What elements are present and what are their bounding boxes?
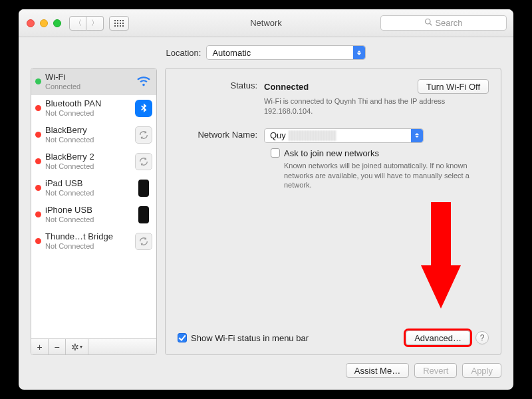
- minimize-window-button[interactable]: [40, 19, 48, 27]
- network-prefs-window: 〈 〉 Network Search Location: Automatic: [19, 9, 513, 390]
- service-labels: Thunde…t BridgeNot Connected: [45, 232, 132, 251]
- service-name: Wi-Fi: [45, 72, 132, 82]
- show-all-prefs-button[interactable]: [109, 16, 129, 31]
- search-icon: [424, 18, 432, 28]
- titlebar: 〈 〉 Network Search: [19, 9, 513, 37]
- advanced-button[interactable]: Advanced…: [406, 331, 470, 345]
- search-placeholder: Search: [435, 18, 462, 28]
- revert-button[interactable]: Revert: [414, 363, 457, 378]
- detail-pane: Status: Connected Turn Wi-Fi Off Wi-Fi i…: [165, 68, 501, 355]
- bottom-row: Show Wi-Fi status in menu bar Advanced… …: [178, 331, 489, 345]
- zoom-window-button[interactable]: [53, 19, 61, 27]
- service-sidebar: Wi-FiConnectedBluetooth PANNot Connected…: [31, 68, 157, 355]
- status-dot-icon: [35, 105, 41, 111]
- svg-line-1: [430, 23, 432, 25]
- search-input[interactable]: Search: [380, 15, 507, 31]
- service-item[interactable]: Thunde…t BridgeNot Connected: [31, 228, 156, 255]
- ask-join-row: Ask to join new networks Known networks …: [271, 148, 489, 191]
- location-label: Location:: [166, 48, 201, 58]
- service-substatus: Not Connected: [45, 189, 132, 198]
- service-item[interactable]: Wi-FiConnected: [31, 68, 156, 95]
- show-menubar-checkbox[interactable]: [178, 333, 187, 342]
- status-dot-icon: [35, 211, 41, 217]
- service-substatus: Not Connected: [45, 215, 132, 224]
- bluetooth-icon: [135, 100, 152, 117]
- status-dot-icon: [35, 158, 41, 164]
- sync-icon: [135, 233, 152, 250]
- service-list: Wi-FiConnectedBluetooth PANNot Connected…: [31, 68, 156, 338]
- window-footer: Assist Me… Revert Apply: [31, 359, 501, 382]
- assist-me-button[interactable]: Assist Me…: [346, 363, 409, 378]
- service-labels: iPhone USBNot Connected: [45, 205, 132, 224]
- device-icon: [135, 206, 152, 223]
- remove-service-button[interactable]: −: [49, 339, 66, 354]
- service-labels: BlackBerryNot Connected: [45, 126, 132, 144]
- sync-icon: [135, 126, 152, 144]
- location-row: Location: Automatic: [19, 37, 513, 68]
- status-dot-icon: [35, 132, 41, 138]
- nav-back-forward: 〈 〉: [69, 16, 104, 31]
- location-popup[interactable]: Automatic: [206, 45, 366, 60]
- back-button[interactable]: 〈: [69, 16, 86, 31]
- chevron-left-icon: 〈: [74, 18, 82, 28]
- add-service-button[interactable]: +: [31, 339, 49, 354]
- service-actions-menu[interactable]: ✲▾: [66, 339, 88, 354]
- service-name: Bluetooth PAN: [45, 99, 132, 109]
- service-labels: BlackBerry 2Not Connected: [45, 152, 132, 171]
- gear-icon: ✲: [71, 342, 79, 352]
- help-button[interactable]: ?: [475, 331, 489, 344]
- network-name-popup[interactable]: Quy: [264, 128, 424, 143]
- apply-button[interactable]: Apply: [462, 363, 501, 378]
- service-name: Thunde…t Bridge: [45, 232, 132, 242]
- service-labels: Wi-FiConnected: [45, 72, 132, 91]
- service-substatus: Not Connected: [45, 162, 132, 171]
- device-icon: [135, 180, 152, 197]
- chevron-right-icon: 〉: [91, 18, 98, 28]
- status-dot-icon: [35, 78, 41, 84]
- service-name: BlackBerry: [45, 126, 132, 136]
- redaction-blur: [289, 130, 336, 141]
- status-hint: Wi-Fi is connected to Quynh Thi and has …: [264, 96, 464, 116]
- network-name-label: Network Name:: [178, 128, 264, 140]
- help-icon: ?: [480, 333, 485, 342]
- service-substatus: Not Connected: [45, 109, 132, 118]
- service-name: iPhone USB: [45, 205, 132, 215]
- forward-button[interactable]: 〉: [86, 16, 104, 31]
- network-name-row: Network Name: Quy: [178, 128, 489, 143]
- wifi-toggle-button[interactable]: Turn Wi-Fi Off: [418, 79, 489, 94]
- sync-icon: [135, 153, 152, 170]
- service-substatus: Not Connected: [45, 136, 132, 144]
- status-label: Status:: [178, 79, 264, 90]
- service-labels: Bluetooth PANNot Connected: [45, 99, 132, 118]
- chevron-down-icon: ▾: [80, 344, 82, 350]
- service-item[interactable]: Bluetooth PANNot Connected: [31, 95, 156, 122]
- updown-icon: [353, 46, 365, 59]
- grid-icon: [114, 20, 124, 27]
- service-substatus: Not Connected: [45, 242, 132, 251]
- close-window-button[interactable]: [27, 19, 35, 27]
- status-dot-icon: [35, 238, 41, 244]
- status-dot-icon: [35, 185, 41, 191]
- service-item[interactable]: iPad USBNot Connected: [31, 175, 156, 201]
- service-name: BlackBerry 2: [45, 152, 132, 162]
- location-value: Automatic: [212, 48, 251, 58]
- ask-join-checkbox[interactable]: [271, 148, 280, 158]
- status-value: Connected: [264, 82, 309, 92]
- service-labels: iPad USBNot Connected: [45, 179, 132, 198]
- main-area: Wi-FiConnectedBluetooth PANNot Connected…: [31, 68, 501, 355]
- service-item[interactable]: iPhone USBNot Connected: [31, 201, 156, 228]
- service-item[interactable]: BlackBerry 2Not Connected: [31, 148, 156, 175]
- service-name: iPad USB: [45, 179, 132, 189]
- network-name-value: Quy: [270, 130, 286, 140]
- window-controls: [19, 19, 61, 27]
- sidebar-footer: + − ✲▾: [31, 338, 156, 354]
- status-row: Status: Connected Turn Wi-Fi Off Wi-Fi i…: [178, 79, 489, 116]
- svg-point-0: [426, 19, 431, 25]
- wifi-icon: [135, 73, 152, 90]
- service-substatus: Connected: [45, 82, 132, 91]
- ask-join-hint: Known networks will be joined automatica…: [284, 161, 470, 191]
- service-item[interactable]: BlackBerryNot Connected: [31, 122, 156, 148]
- show-menubar-label: Show Wi-Fi status in menu bar: [191, 333, 309, 343]
- updown-icon: [411, 129, 423, 142]
- ask-join-label: Ask to join new networks: [284, 148, 379, 158]
